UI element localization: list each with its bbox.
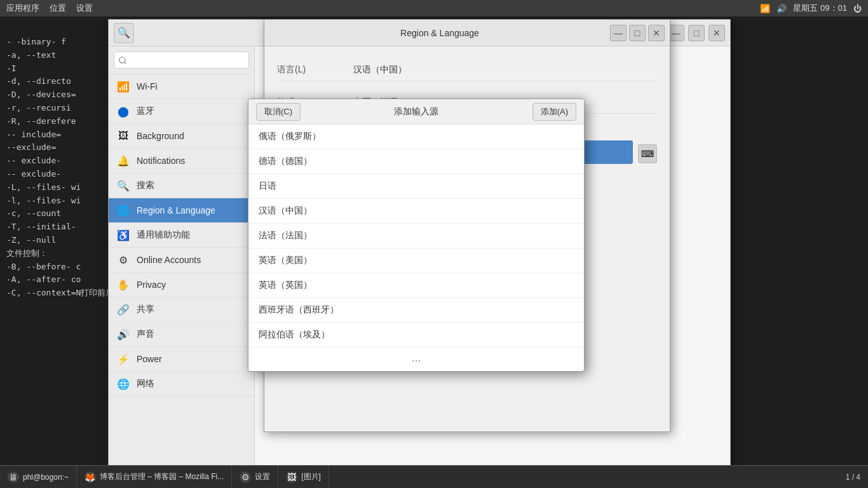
sidebar-item-accessibility[interactable]: ♿ 通用辅助功能 (109, 223, 254, 248)
privacy-icon: ✋ (118, 279, 129, 290)
list-item-chinese[interactable]: 汉语（中国） (248, 199, 584, 224)
sidebar-item-label-sound: 声音 (137, 329, 154, 340)
region-close-btn[interactable]: ✕ (648, 25, 665, 41)
dialog-cancel-button[interactable]: 取消(C) (256, 103, 301, 121)
sidebar-item-power[interactable]: ⚡ Power (109, 347, 254, 372)
region-titlebar: Region & Language — □ ✕ (264, 20, 670, 46)
wifi-nav-icon: 📶 (118, 81, 129, 92)
list-item-english-uk[interactable]: 英语（英国） (248, 273, 584, 298)
taskbar-terminal[interactable]: 🖥 phl@bogon:~ (0, 466, 77, 488)
sidebar-search-container (109, 46, 254, 74)
list-item-spanish[interactable]: 西班牙语（西班牙） (248, 298, 584, 323)
sidebar-item-notifications[interactable]: 🔔 Notifications (109, 149, 254, 173)
keyboard-settings-btn[interactable]: ⌨ (638, 144, 657, 163)
list-item-english-us[interactable]: 英语（美国） (248, 248, 584, 273)
bluetooth-icon: ⬤ (118, 105, 129, 117)
dialog-add-button[interactable]: 添加(A) (532, 103, 576, 121)
region-maximize-btn[interactable]: □ (629, 25, 646, 41)
sound-icon: 🔊 (118, 329, 129, 340)
sidebar-item-network[interactable]: 🌐 网络 (109, 372, 254, 396)
sidebar-item-search[interactable]: 🔍 搜索 (109, 173, 254, 198)
list-item-more[interactable]: ··· (248, 348, 584, 371)
volume-icon: 🔊 (776, 4, 787, 13)
firefox-app-icon: 🦊 (85, 471, 96, 483)
sidebar-item-label-privacy: Privacy (137, 280, 166, 290)
sidebar-item-label-wifi: Wi-Fi (137, 81, 158, 92)
language-label: 语言(L) (277, 64, 353, 76)
taskbar-page-indicator: 1 / 4 (846, 473, 868, 482)
dialog-language-list: 俄语（俄罗斯） 德语（德国） 日语 汉语（中国） 法语（法国） 英语（美国） 英… (248, 125, 584, 371)
sidebar-item-label-power: Power (137, 354, 162, 364)
taskbar: 🖥 phl@bogon:~ 🦊 博客后台管理 – 博客园 – Mozilla F… (0, 465, 868, 488)
power-icon[interactable]: ⏻ (853, 4, 862, 13)
taskbar-image-viewer[interactable]: 🖼 [图片] (278, 466, 329, 488)
language-row: 语言(L) 汉语（中国） (277, 59, 657, 81)
taskbar-settings[interactable]: ⚙ 设置 (232, 466, 278, 488)
sidebar-item-sharing[interactable]: 🔗 共享 (109, 297, 254, 322)
sidebar-item-bluetooth[interactable]: ⬤ 蓝牙 (109, 99, 254, 124)
sidebar-item-label-bluetooth: 蓝牙 (137, 105, 154, 117)
add-input-source-dialog: 取消(C) 添加输入源 添加(A) 俄语（俄罗斯） 德语（德国） 日语 汉语（中… (248, 98, 585, 372)
app-menu[interactable]: 应用程序 (6, 3, 39, 14)
dialog-title: 添加输入源 (301, 106, 532, 118)
sidebar-item-label-region: Region & Language (137, 205, 215, 215)
sidebar-item-label-notifications: Notifications (137, 156, 185, 166)
notifications-icon: 🔔 (118, 155, 129, 166)
language-value: 汉语（中国） (353, 64, 657, 76)
settings-search-icon[interactable]: 🔍 (114, 23, 134, 43)
list-item-japanese[interactable]: 日语 (248, 174, 584, 199)
terminal-app-label: phl@bogon:~ (23, 473, 69, 482)
terminal-app-icon: 🖥 (8, 471, 19, 483)
settings-maximize-btn[interactable]: □ (688, 25, 705, 41)
top-menubar: 应用程序 位置 设置 📶 🔊 星期五 09：01 ⏻ (0, 0, 868, 17)
settings-menu[interactable]: 设置 (76, 3, 93, 14)
background-icon: 🖼 (118, 130, 129, 142)
sidebar-item-label-search: 搜索 (137, 180, 154, 191)
sidebar-item-online-accounts[interactable]: ⚙ Online Accounts (109, 248, 254, 273)
search-nav-icon: 🔍 (118, 180, 129, 191)
datetime-display: 星期五 09：01 (793, 3, 847, 14)
list-item-arabic[interactable]: 阿拉伯语（埃及） (248, 323, 584, 348)
sidebar-item-label-online-accounts: Online Accounts (137, 255, 201, 265)
network-icon: 🌐 (118, 378, 129, 390)
region-icon: 🌐 (118, 205, 129, 216)
settings-app-label: 设置 (255, 471, 270, 482)
sidebar-item-background[interactable]: 🖼 Background (109, 124, 254, 149)
top-menubar-left: 应用程序 位置 设置 (6, 3, 93, 14)
settings-sidebar: 📶 Wi-Fi ⬤ 蓝牙 🖼 Background 🔔 Notification… (109, 46, 255, 470)
image-viewer-app-icon: 🖼 (286, 471, 297, 483)
image-viewer-app-label: [图片] (301, 471, 321, 482)
settings-app-icon: ⚙ (240, 471, 251, 483)
list-item-french[interactable]: 法语（法国） (248, 224, 584, 248)
sidebar-item-label-background: Background (137, 131, 184, 141)
sidebar-item-label-network: 网络 (137, 378, 154, 390)
accessibility-icon: ♿ (118, 229, 129, 241)
dialog-titlebar: 取消(C) 添加输入源 添加(A) (248, 99, 584, 125)
region-window-controls: — □ ✕ (610, 25, 665, 41)
sidebar-item-label-sharing: 共享 (137, 304, 154, 315)
top-menubar-right: 📶 🔊 星期五 09：01 ⏻ (760, 3, 862, 14)
sidebar-item-wifi[interactable]: 📶 Wi-Fi (109, 74, 254, 99)
sidebar-search-input[interactable] (114, 51, 249, 69)
wifi-icon: 📶 (760, 4, 770, 13)
sidebar-item-region[interactable]: 🌐 Region & Language (109, 198, 254, 223)
list-item-russian[interactable]: 俄语（俄罗斯） (248, 125, 584, 149)
online-accounts-icon: ⚙ (118, 254, 129, 266)
sidebar-item-label-accessibility: 通用辅助功能 (137, 229, 190, 241)
firefox-app-label: 博客后台管理 – 博客园 – Mozilla Fi... (100, 471, 224, 482)
sharing-icon: 🔗 (118, 304, 129, 315)
taskbar-firefox[interactable]: 🦊 博客后台管理 – 博客园 – Mozilla Fi... (77, 466, 232, 488)
power-nav-icon: ⚡ (118, 353, 129, 365)
region-minimize-btn[interactable]: — (610, 25, 627, 41)
settings-close-btn[interactable]: ✕ (709, 25, 725, 41)
region-window-title: Region & Language (269, 28, 610, 38)
sidebar-item-privacy[interactable]: ✋ Privacy (109, 273, 254, 297)
list-item-german[interactable]: 德语（德国） (248, 149, 584, 174)
sidebar-item-sound[interactable]: 🔊 声音 (109, 322, 254, 347)
location-menu[interactable]: 位置 (50, 3, 66, 14)
